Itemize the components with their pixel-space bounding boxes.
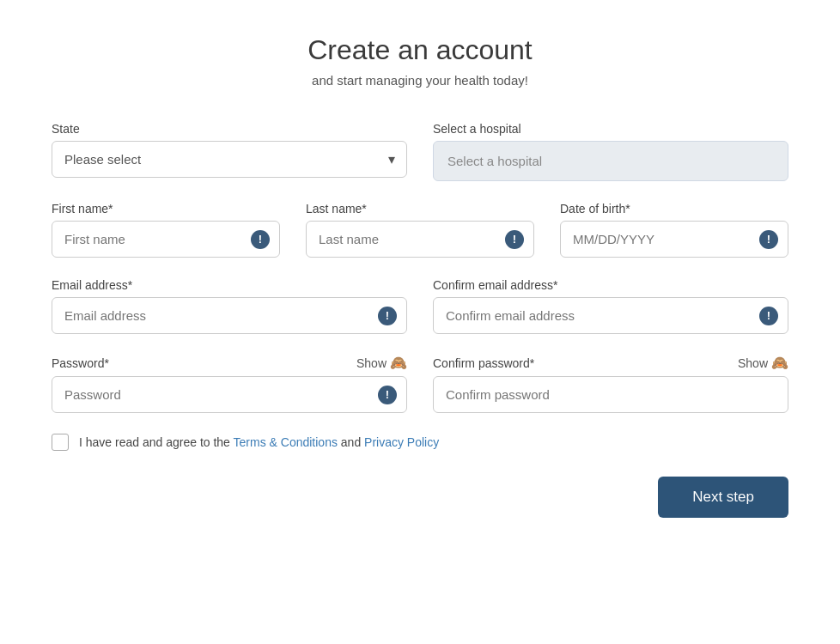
confirm-email-label: Confirm email address* [433, 278, 788, 292]
password-alert-icon: ! [378, 386, 397, 404]
hospital-label: Select a hospital [433, 122, 788, 136]
email-row: Email address* ! Confirm email address* … [52, 278, 788, 334]
page-header: Create an account and start managing you… [52, 34, 788, 88]
email-input-wrapper: ! [52, 297, 407, 334]
eye-slash-icon: 🙈 [390, 355, 407, 371]
confirm-password-show-label: Show [738, 356, 768, 370]
footer-row: Next step [52, 477, 788, 518]
form-section: State Please select Alabama Alaska Calif… [52, 122, 788, 518]
dob-alert-icon: ! [759, 230, 778, 249]
state-hospital-row: State Please select Alabama Alaska Calif… [52, 122, 788, 181]
dob-label: Date of birth* [560, 202, 788, 216]
last-name-group: Last name* ! [306, 202, 534, 258]
hospital-group: Select a hospital [433, 122, 788, 181]
password-show-label: Show [356, 356, 387, 370]
first-name-input-wrapper: ! [52, 221, 280, 258]
terms-text-middle: and [338, 435, 364, 449]
page-container: Create an account and start managing you… [17, 17, 823, 552]
password-label: Password* [52, 356, 109, 370]
last-name-input[interactable] [306, 221, 534, 258]
password-group: Password* Show 🙈 ! [52, 355, 407, 413]
password-show-button[interactable]: Show 🙈 [356, 355, 407, 371]
password-label-row: Password* Show 🙈 [52, 355, 407, 371]
first-name-group: First name* ! [52, 202, 280, 258]
dob-input-wrapper: ! [560, 221, 788, 258]
confirm-password-input-wrapper [433, 376, 788, 413]
state-select[interactable]: Please select Alabama Alaska California … [52, 141, 407, 178]
last-name-label: Last name* [306, 202, 534, 216]
last-name-alert-icon: ! [505, 230, 524, 249]
confirm-password-input[interactable] [433, 376, 788, 413]
page-title: Create an account [52, 34, 788, 66]
first-name-input[interactable] [52, 221, 280, 258]
email-label: Email address* [52, 278, 407, 292]
dob-input[interactable] [560, 221, 788, 258]
email-input[interactable] [52, 297, 407, 334]
terms-row: I have read and agree to the Terms & Con… [52, 434, 788, 451]
confirm-password-label-row: Confirm password* Show 🙈 [433, 355, 788, 371]
hospital-input[interactable] [433, 141, 788, 181]
password-row: Password* Show 🙈 ! Confirm password* Sho… [52, 355, 788, 413]
email-alert-icon: ! [378, 307, 397, 325]
email-group: Email address* ! [52, 278, 407, 334]
confirm-email-group: Confirm email address* ! [433, 278, 788, 334]
state-select-wrapper: Please select Alabama Alaska California … [52, 141, 407, 178]
dob-group: Date of birth* ! [560, 202, 788, 258]
next-step-button[interactable]: Next step [658, 477, 788, 518]
privacy-policy-link[interactable]: Privacy Policy [364, 435, 439, 449]
state-group: State Please select Alabama Alaska Calif… [52, 122, 407, 181]
password-input-wrapper: ! [52, 376, 407, 413]
confirm-password-group: Confirm password* Show 🙈 [433, 355, 788, 413]
terms-text-before: I have read and agree to the [79, 435, 234, 449]
confirm-eye-slash-icon: 🙈 [771, 355, 788, 371]
confirm-password-label: Confirm password* [433, 356, 534, 370]
first-name-label: First name* [52, 202, 280, 216]
confirm-email-alert-icon: ! [759, 307, 778, 325]
password-input[interactable] [52, 376, 407, 413]
terms-checkbox[interactable] [52, 434, 69, 451]
last-name-input-wrapper: ! [306, 221, 534, 258]
confirm-email-input[interactable] [433, 297, 788, 334]
confirm-password-show-button[interactable]: Show 🙈 [738, 355, 788, 371]
confirm-email-input-wrapper: ! [433, 297, 788, 334]
name-dob-row: First name* ! Last name* ! Date of birth… [52, 202, 788, 258]
terms-conditions-link[interactable]: Terms & Conditions [234, 435, 338, 449]
terms-text: I have read and agree to the Terms & Con… [79, 435, 439, 449]
page-subtitle: and start managing your health today! [52, 73, 788, 88]
state-label: State [52, 122, 407, 136]
first-name-alert-icon: ! [251, 230, 270, 249]
